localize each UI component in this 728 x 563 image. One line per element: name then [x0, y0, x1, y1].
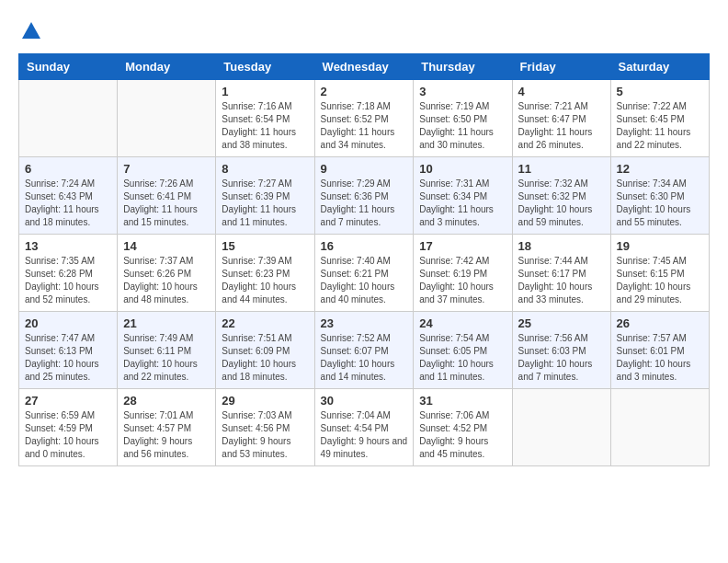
- day-info: Sunrise: 7:47 AMSunset: 6:13 PMDaylight:…: [25, 332, 111, 384]
- day-number: 4: [518, 85, 605, 98]
- calendar-day-cell: 1Sunrise: 7:16 AMSunset: 6:54 PMDaylight…: [216, 80, 314, 157]
- day-info: Sunrise: 7:57 AMSunset: 6:01 PMDaylight:…: [617, 332, 703, 384]
- day-number: 16: [321, 239, 408, 253]
- weekday-header: Sunday: [19, 54, 118, 80]
- day-info: Sunrise: 7:18 AMSunset: 6:52 PMDaylight:…: [321, 100, 408, 152]
- calendar-day-cell: [512, 389, 610, 466]
- day-info: Sunrise: 7:39 AMSunset: 6:23 PMDaylight:…: [222, 255, 308, 306]
- calendar-day-cell: 20Sunrise: 7:47 AMSunset: 6:13 PMDayligh…: [19, 312, 118, 389]
- calendar-day-cell: [118, 80, 216, 157]
- day-number: 28: [123, 394, 210, 408]
- day-info: Sunrise: 7:54 AMSunset: 6:05 PMDaylight:…: [419, 332, 506, 384]
- day-info: Sunrise: 7:37 AMSunset: 6:26 PMDaylight:…: [123, 255, 210, 306]
- day-number: 19: [617, 239, 703, 253]
- day-number: 3: [419, 85, 506, 98]
- day-number: 9: [321, 162, 408, 176]
- calendar-day-cell: 23Sunrise: 7:52 AMSunset: 6:07 PMDayligh…: [314, 312, 414, 389]
- day-number: 13: [25, 239, 111, 253]
- calendar-day-cell: 13Sunrise: 7:35 AMSunset: 6:28 PMDayligh…: [19, 235, 118, 312]
- calendar-day-cell: 30Sunrise: 7:04 AMSunset: 4:54 PMDayligh…: [314, 389, 414, 466]
- calendar-week-row: 1Sunrise: 7:16 AMSunset: 6:54 PMDaylight…: [19, 80, 710, 157]
- day-info: Sunrise: 7:04 AMSunset: 4:54 PMDaylight:…: [321, 409, 408, 461]
- calendar-day-cell: 7Sunrise: 7:26 AMSunset: 6:41 PMDaylight…: [118, 157, 216, 235]
- day-info: Sunrise: 7:52 AMSunset: 6:07 PMDaylight:…: [321, 332, 408, 384]
- day-number: 14: [123, 239, 210, 253]
- day-info: Sunrise: 7:56 AMSunset: 6:03 PMDaylight:…: [518, 332, 605, 384]
- weekday-header: Tuesday: [216, 54, 314, 80]
- calendar-day-cell: 11Sunrise: 7:32 AMSunset: 6:32 PMDayligh…: [512, 157, 610, 235]
- weekday-header: Wednesday: [314, 54, 414, 80]
- calendar-day-cell: 9Sunrise: 7:29 AMSunset: 6:36 PMDaylight…: [314, 157, 414, 235]
- day-info: Sunrise: 7:03 AMSunset: 4:56 PMDaylight:…: [222, 409, 308, 461]
- weekday-header: Friday: [512, 54, 610, 80]
- day-number: 21: [123, 316, 210, 330]
- day-info: Sunrise: 7:01 AMSunset: 4:57 PMDaylight:…: [123, 409, 210, 461]
- svg-marker-0: [22, 22, 40, 39]
- day-number: 27: [25, 394, 111, 408]
- day-number: 2: [321, 85, 408, 98]
- day-number: 10: [419, 162, 506, 176]
- calendar-day-cell: 15Sunrise: 7:39 AMSunset: 6:23 PMDayligh…: [216, 235, 314, 312]
- calendar-day-cell: 6Sunrise: 7:24 AMSunset: 6:43 PMDaylight…: [19, 157, 118, 235]
- day-number: 26: [617, 316, 703, 330]
- day-number: 1: [222, 85, 308, 98]
- day-number: 11: [518, 162, 605, 176]
- page-header: [18, 18, 710, 44]
- calendar-day-cell: 12Sunrise: 7:34 AMSunset: 6:30 PMDayligh…: [610, 157, 709, 235]
- day-number: 12: [617, 162, 703, 176]
- calendar-day-cell: 29Sunrise: 7:03 AMSunset: 4:56 PMDayligh…: [216, 389, 314, 466]
- day-info: Sunrise: 7:16 AMSunset: 6:54 PMDaylight:…: [222, 100, 308, 152]
- day-info: Sunrise: 7:19 AMSunset: 6:50 PMDaylight:…: [419, 100, 506, 152]
- day-info: Sunrise: 7:06 AMSunset: 4:52 PMDaylight:…: [419, 409, 506, 461]
- weekday-header: Thursday: [414, 54, 512, 80]
- logo: [18, 18, 48, 44]
- calendar-day-cell: 21Sunrise: 7:49 AMSunset: 6:11 PMDayligh…: [118, 312, 216, 389]
- calendar-day-cell: 8Sunrise: 7:27 AMSunset: 6:39 PMDaylight…: [216, 157, 314, 235]
- weekday-header-row: SundayMondayTuesdayWednesdayThursdayFrid…: [19, 54, 710, 80]
- calendar-week-row: 6Sunrise: 7:24 AMSunset: 6:43 PMDaylight…: [19, 157, 710, 235]
- logo-icon: [18, 18, 44, 44]
- calendar-day-cell: 26Sunrise: 7:57 AMSunset: 6:01 PMDayligh…: [610, 312, 709, 389]
- day-number: 5: [617, 85, 703, 98]
- day-info: Sunrise: 7:27 AMSunset: 6:39 PMDaylight:…: [222, 178, 308, 229]
- calendar-day-cell: 4Sunrise: 7:21 AMSunset: 6:47 PMDaylight…: [512, 80, 610, 157]
- calendar-day-cell: 28Sunrise: 7:01 AMSunset: 4:57 PMDayligh…: [118, 389, 216, 466]
- day-info: Sunrise: 7:40 AMSunset: 6:21 PMDaylight:…: [321, 255, 408, 306]
- day-number: 17: [419, 239, 506, 253]
- day-info: Sunrise: 7:22 AMSunset: 6:45 PMDaylight:…: [617, 100, 703, 152]
- calendar-day-cell: [19, 80, 118, 157]
- day-info: Sunrise: 7:42 AMSunset: 6:19 PMDaylight:…: [419, 255, 506, 306]
- day-number: 24: [419, 316, 506, 330]
- day-info: Sunrise: 7:32 AMSunset: 6:32 PMDaylight:…: [518, 178, 605, 229]
- calendar-day-cell: 14Sunrise: 7:37 AMSunset: 6:26 PMDayligh…: [118, 235, 216, 312]
- day-number: 18: [518, 239, 605, 253]
- day-number: 6: [25, 162, 111, 176]
- day-info: Sunrise: 7:31 AMSunset: 6:34 PMDaylight:…: [419, 178, 506, 229]
- day-number: 31: [419, 394, 506, 408]
- day-info: Sunrise: 7:21 AMSunset: 6:47 PMDaylight:…: [518, 100, 605, 152]
- day-number: 8: [222, 162, 308, 176]
- calendar-day-cell: 27Sunrise: 6:59 AMSunset: 4:59 PMDayligh…: [19, 389, 118, 466]
- day-number: 29: [222, 394, 308, 408]
- calendar-day-cell: 2Sunrise: 7:18 AMSunset: 6:52 PMDaylight…: [314, 80, 414, 157]
- calendar-day-cell: 22Sunrise: 7:51 AMSunset: 6:09 PMDayligh…: [216, 312, 314, 389]
- calendar-week-row: 13Sunrise: 7:35 AMSunset: 6:28 PMDayligh…: [19, 235, 710, 312]
- day-info: Sunrise: 6:59 AMSunset: 4:59 PMDaylight:…: [25, 409, 111, 461]
- day-info: Sunrise: 7:29 AMSunset: 6:36 PMDaylight:…: [321, 178, 408, 229]
- day-info: Sunrise: 7:51 AMSunset: 6:09 PMDaylight:…: [222, 332, 308, 384]
- day-number: 22: [222, 316, 308, 330]
- calendar-week-row: 20Sunrise: 7:47 AMSunset: 6:13 PMDayligh…: [19, 312, 710, 389]
- day-info: Sunrise: 7:49 AMSunset: 6:11 PMDaylight:…: [123, 332, 210, 384]
- day-info: Sunrise: 7:45 AMSunset: 6:15 PMDaylight:…: [617, 255, 703, 306]
- day-number: 23: [321, 316, 408, 330]
- calendar-day-cell: 17Sunrise: 7:42 AMSunset: 6:19 PMDayligh…: [414, 235, 512, 312]
- weekday-header: Saturday: [610, 54, 709, 80]
- calendar-day-cell: 25Sunrise: 7:56 AMSunset: 6:03 PMDayligh…: [512, 312, 610, 389]
- day-info: Sunrise: 7:26 AMSunset: 6:41 PMDaylight:…: [123, 178, 210, 229]
- calendar-day-cell: 16Sunrise: 7:40 AMSunset: 6:21 PMDayligh…: [314, 235, 414, 312]
- calendar-week-row: 27Sunrise: 6:59 AMSunset: 4:59 PMDayligh…: [19, 389, 710, 466]
- day-info: Sunrise: 7:24 AMSunset: 6:43 PMDaylight:…: [25, 178, 111, 229]
- day-info: Sunrise: 7:44 AMSunset: 6:17 PMDaylight:…: [518, 255, 605, 306]
- day-number: 7: [123, 162, 210, 176]
- day-number: 30: [321, 394, 408, 408]
